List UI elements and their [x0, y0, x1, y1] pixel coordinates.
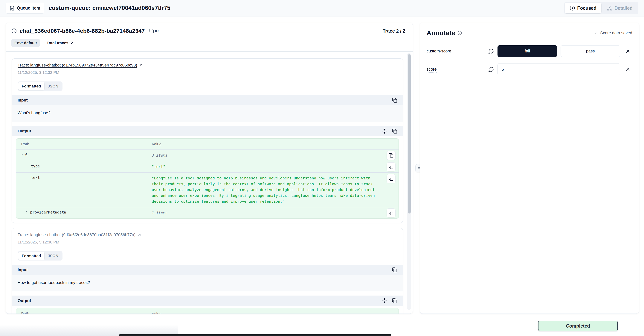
format-toggle-2: Formatted JSON	[18, 251, 62, 260]
expand-output-button-2[interactable]	[382, 298, 387, 303]
row-path: text	[31, 175, 40, 180]
trace-link-2[interactable]: Trace: langfuse-chatbot (9d0a6f2e6de8670…	[18, 232, 136, 237]
output-header-1: Output	[12, 126, 403, 136]
table-row: providerMetadata 1 items	[16, 207, 398, 218]
total-traces-label: Total traces: 2	[46, 41, 73, 45]
value-column-header: Value	[152, 142, 398, 146]
trace-timestamp-1: 11/12/2025, 3:12:32 PM	[18, 70, 397, 75]
session-panel: chat_536ed067-b86e-4eb6-882b-ba27148a234…	[6, 23, 413, 314]
output-label-2: Output	[18, 298, 31, 303]
comment-icon[interactable]	[488, 67, 494, 72]
input-label-1: Input	[18, 98, 28, 103]
env-badge: Env: default	[12, 39, 40, 47]
row-value: "Langfuse is a tool designed to help bus…	[152, 173, 398, 207]
top-bar: Queue item custom-queue: cmiacwel70041ad…	[0, 0, 644, 17]
formatted-tab-1[interactable]: Formatted	[18, 82, 44, 90]
output-header-2: Output	[12, 295, 403, 306]
copy-output-button-2[interactable]	[392, 298, 397, 303]
path-column-header: Path	[16, 142, 152, 146]
row-path: 0	[25, 152, 28, 157]
external-link-icon	[137, 233, 142, 237]
remove-score-button[interactable]	[624, 65, 632, 74]
copy-row-button[interactable]	[386, 151, 396, 160]
page-title: custom-queue: cmiacwel70041ad060s7tlr75	[49, 5, 170, 12]
detailed-view-label: Detailed	[614, 6, 632, 11]
score-option-pass[interactable]: pass	[560, 45, 620, 57]
copy-id-button[interactable]: ID	[149, 29, 159, 33]
annotate-title: Annotate	[426, 29, 455, 37]
copy-input-button-1[interactable]	[392, 98, 397, 103]
tree-icon	[607, 6, 612, 11]
copy-input-button-2[interactable]	[392, 267, 397, 272]
output-label-1: Output	[18, 129, 31, 134]
input-label-2: Input	[18, 267, 28, 272]
table-row: type "text"	[16, 161, 398, 173]
comment-icon[interactable]	[488, 48, 494, 54]
score-option-fail[interactable]: fail	[498, 45, 557, 57]
expand-output-button-1[interactable]	[382, 129, 387, 134]
session-header: chat_536ed067-b86e-4eb6-882b-ba27148a234…	[6, 23, 413, 51]
input-value-1: What's Langfuse?	[12, 105, 403, 122]
clock-icon	[12, 28, 17, 34]
trace-link-1[interactable]: Trace: langfuse-chatbot (d174b1589072e43…	[18, 63, 137, 68]
row-path: type	[31, 164, 40, 168]
chevron-down-icon[interactable]	[20, 153, 24, 157]
json-tab-1[interactable]: JSON	[44, 82, 62, 90]
input-value-2: How to get user feedback in my traces?	[12, 275, 403, 291]
formatted-tab-2[interactable]: Formatted	[18, 252, 44, 260]
view-mode-toggle: Focused Detailed	[564, 2, 638, 14]
queue-item-badge: Queue item	[6, 3, 44, 14]
session-title: chat_536ed067-b86e-4eb6-882b-ba27148a234…	[20, 28, 145, 34]
copy-icon	[149, 29, 154, 33]
trace-counter: Trace 2 / 2	[382, 28, 405, 34]
gauge-icon	[570, 6, 575, 11]
table-row: text "Langfuse is a tool designed to hel…	[16, 173, 398, 207]
row-value: 3 items	[152, 150, 398, 161]
copy-row-button[interactable]	[386, 174, 396, 183]
path-column-header: Path	[16, 311, 152, 313]
queue-item-badge-label: Queue item	[17, 6, 40, 11]
vertical-scrollbar-thumb[interactable]	[408, 54, 411, 213]
horizontal-scrollbar-thumb[interactable]	[119, 334, 392, 336]
row-path: providerMetadata	[30, 210, 66, 214]
score-input[interactable]	[498, 63, 620, 75]
vertical-scrollbar-track[interactable]	[407, 53, 411, 310]
copy-row-button[interactable]	[386, 162, 396, 171]
output-json-table-2: Path Value 0 3 items	[16, 308, 399, 313]
format-toggle-1: Formatted JSON	[18, 82, 62, 91]
save-status-label: Score data saved	[600, 31, 632, 35]
json-table-header-1: Path Value	[16, 139, 398, 150]
save-status: Score data saved	[594, 31, 632, 35]
clipboard-pen-icon	[10, 6, 14, 11]
check-icon	[594, 31, 598, 35]
annotate-panel: Annotate Score data saved custom-score f…	[420, 23, 639, 314]
json-table-header-2: Path Value	[16, 308, 398, 313]
info-icon[interactable]	[458, 31, 462, 35]
score-row-custom-score: custom-score fail pass	[426, 45, 632, 57]
id-label: ID	[155, 29, 159, 33]
focused-view-label: Focused	[577, 6, 596, 11]
input-header-2: Input	[12, 265, 403, 275]
score-label: score	[426, 67, 488, 72]
output-json-table-1: Path Value 0 3 items	[16, 138, 399, 219]
row-value: 1 items	[152, 207, 398, 218]
chevron-right-icon[interactable]	[25, 210, 29, 214]
value-column-header: Value	[152, 311, 398, 313]
json-tab-2[interactable]: JSON	[44, 252, 62, 260]
trace-card-2: Trace: langfuse-chatbot (9d0a6f2e6de8670…	[12, 228, 403, 313]
remove-score-button[interactable]	[624, 47, 632, 56]
table-row: 0 3 items	[16, 150, 398, 161]
traces-scroll-area: Trace: langfuse-chatbot (d174b1589072e43…	[6, 51, 413, 313]
external-link-icon	[139, 63, 143, 67]
copy-output-button-1[interactable]	[392, 129, 397, 134]
row-value: "text"	[152, 161, 398, 172]
input-header-1: Input	[12, 95, 403, 105]
trace-timestamp-2: 11/12/2025, 3:12:36 PM	[18, 240, 397, 244]
focused-view-button[interactable]: Focused	[565, 3, 601, 13]
score-label: custom-score	[426, 49, 488, 54]
trace-card-1: Trace: langfuse-chatbot (d174b1589072e43…	[12, 59, 403, 223]
detailed-view-button[interactable]: Detailed	[602, 3, 638, 13]
copy-row-button[interactable]	[386, 208, 396, 217]
completed-button[interactable]: Completed	[538, 321, 618, 331]
score-row-score: score	[426, 63, 632, 75]
